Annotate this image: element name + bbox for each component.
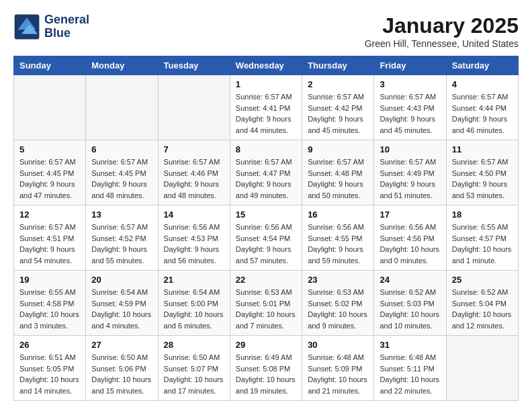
- calendar-day-cell: 4Sunrise: 6:57 AM Sunset: 4:44 PM Daylig…: [446, 75, 518, 140]
- day-info: Sunrise: 6:57 AM Sunset: 4:52 PM Dayligh…: [91, 222, 152, 266]
- calendar-day-cell: 3Sunrise: 6:57 AM Sunset: 4:43 PM Daylig…: [374, 75, 446, 140]
- day-info: Sunrise: 6:53 AM Sunset: 5:02 PM Dayligh…: [308, 287, 368, 331]
- weekday-header: Thursday: [302, 56, 374, 75]
- calendar-day-cell: 23Sunrise: 6:53 AM Sunset: 5:02 PM Dayli…: [302, 271, 374, 336]
- day-number: 6: [91, 144, 152, 154]
- calendar-day-cell: 25Sunrise: 6:52 AM Sunset: 5:04 PM Dayli…: [446, 271, 518, 336]
- calendar-day-cell: 21Sunrise: 6:54 AM Sunset: 5:00 PM Dayli…: [158, 271, 230, 336]
- calendar-week-row: 12Sunrise: 6:57 AM Sunset: 4:51 PM Dayli…: [14, 205, 519, 271]
- calendar-table: SundayMondayTuesdayWednesdayThursdayFrid…: [13, 56, 519, 401]
- day-number: 24: [380, 275, 440, 285]
- day-info: Sunrise: 6:53 AM Sunset: 5:01 PM Dayligh…: [236, 287, 296, 331]
- day-info: Sunrise: 6:57 AM Sunset: 4:50 PM Dayligh…: [452, 156, 513, 201]
- day-number: 22: [236, 275, 296, 285]
- calendar-week-row: 19Sunrise: 6:55 AM Sunset: 4:58 PM Dayli…: [14, 271, 519, 336]
- day-info: Sunrise: 6:57 AM Sunset: 4:46 PM Dayligh…: [164, 156, 224, 201]
- weekday-header: Friday: [374, 56, 446, 75]
- day-info: Sunrise: 6:48 AM Sunset: 5:09 PM Dayligh…: [308, 352, 368, 396]
- day-number: 21: [164, 275, 224, 285]
- day-info: Sunrise: 6:57 AM Sunset: 4:44 PM Dayligh…: [452, 91, 513, 136]
- calendar-day-cell: 30Sunrise: 6:48 AM Sunset: 5:09 PM Dayli…: [302, 336, 374, 401]
- calendar-day-cell: 13Sunrise: 6:57 AM Sunset: 4:52 PM Dayli…: [86, 205, 158, 271]
- weekday-header-row: SundayMondayTuesdayWednesdayThursdayFrid…: [14, 56, 519, 75]
- calendar-day-cell: 26Sunrise: 6:51 AM Sunset: 5:05 PM Dayli…: [14, 336, 86, 401]
- day-info: Sunrise: 6:54 AM Sunset: 5:00 PM Dayligh…: [164, 287, 224, 331]
- day-info: Sunrise: 6:56 AM Sunset: 4:55 PM Dayligh…: [308, 222, 368, 266]
- calendar-day-cell: 14Sunrise: 6:56 AM Sunset: 4:53 PM Dayli…: [158, 205, 230, 271]
- title-block: January 2025 Green Hill, Tennessee, Unit…: [365, 13, 519, 49]
- calendar-day-cell: 19Sunrise: 6:55 AM Sunset: 4:58 PM Dayli…: [14, 271, 86, 336]
- day-number: 7: [164, 144, 224, 154]
- calendar-day-cell: 24Sunrise: 6:52 AM Sunset: 5:03 PM Dayli…: [374, 271, 446, 336]
- calendar-day-cell: 27Sunrise: 6:50 AM Sunset: 5:06 PM Dayli…: [86, 336, 158, 401]
- calendar-day-cell: [158, 75, 230, 140]
- day-info: Sunrise: 6:54 AM Sunset: 4:59 PM Dayligh…: [91, 287, 152, 331]
- day-info: Sunrise: 6:50 AM Sunset: 5:07 PM Dayligh…: [164, 352, 224, 396]
- calendar-day-cell: [14, 75, 86, 140]
- day-number: 10: [380, 144, 440, 154]
- calendar-week-row: 1Sunrise: 6:57 AM Sunset: 4:41 PM Daylig…: [14, 75, 519, 140]
- day-info: Sunrise: 6:57 AM Sunset: 4:45 PM Dayligh…: [91, 156, 152, 201]
- day-number: 23: [308, 275, 368, 285]
- page-header: General Blue January 2025 Green Hill, Te…: [13, 13, 519, 49]
- weekday-header: Monday: [86, 56, 158, 75]
- day-info: Sunrise: 6:51 AM Sunset: 5:05 PM Dayligh…: [19, 352, 80, 396]
- day-number: 5: [19, 144, 80, 154]
- calendar-day-cell: 29Sunrise: 6:49 AM Sunset: 5:08 PM Dayli…: [230, 336, 302, 401]
- month-title: January 2025: [365, 13, 519, 38]
- day-number: 1: [236, 79, 296, 89]
- day-number: 31: [380, 340, 440, 350]
- logo: General Blue: [13, 13, 89, 40]
- logo-icon: [13, 13, 40, 40]
- day-info: Sunrise: 6:57 AM Sunset: 4:41 PM Dayligh…: [236, 91, 296, 136]
- weekday-header: Saturday: [446, 56, 518, 75]
- calendar-day-cell: [446, 336, 518, 401]
- logo-text: General Blue: [44, 13, 89, 40]
- calendar-day-cell: 7Sunrise: 6:57 AM Sunset: 4:46 PM Daylig…: [158, 140, 230, 205]
- calendar-day-cell: 15Sunrise: 6:56 AM Sunset: 4:54 PM Dayli…: [230, 205, 302, 271]
- day-number: 26: [19, 340, 80, 350]
- day-number: 25: [452, 275, 513, 285]
- day-number: 15: [236, 210, 296, 220]
- day-number: 28: [164, 340, 224, 350]
- day-info: Sunrise: 6:57 AM Sunset: 4:45 PM Dayligh…: [19, 156, 80, 201]
- day-info: Sunrise: 6:49 AM Sunset: 5:08 PM Dayligh…: [236, 352, 296, 396]
- calendar-day-cell: 1Sunrise: 6:57 AM Sunset: 4:41 PM Daylig…: [230, 75, 302, 140]
- calendar-day-cell: 9Sunrise: 6:57 AM Sunset: 4:48 PM Daylig…: [302, 140, 374, 205]
- day-info: Sunrise: 6:57 AM Sunset: 4:48 PM Dayligh…: [308, 156, 368, 201]
- day-number: 27: [91, 340, 152, 350]
- day-number: 9: [308, 144, 368, 154]
- day-number: 17: [380, 210, 440, 220]
- calendar-day-cell: 22Sunrise: 6:53 AM Sunset: 5:01 PM Dayli…: [230, 271, 302, 336]
- day-info: Sunrise: 6:52 AM Sunset: 5:04 PM Dayligh…: [452, 287, 513, 331]
- day-info: Sunrise: 6:56 AM Sunset: 4:54 PM Dayligh…: [236, 222, 296, 266]
- day-info: Sunrise: 6:57 AM Sunset: 4:51 PM Dayligh…: [19, 222, 80, 266]
- calendar-day-cell: 11Sunrise: 6:57 AM Sunset: 4:50 PM Dayli…: [446, 140, 518, 205]
- day-number: 30: [308, 340, 368, 350]
- day-number: 20: [91, 275, 152, 285]
- day-info: Sunrise: 6:55 AM Sunset: 4:58 PM Dayligh…: [19, 287, 80, 331]
- calendar-day-cell: 17Sunrise: 6:56 AM Sunset: 4:56 PM Dayli…: [374, 205, 446, 271]
- weekday-header: Sunday: [14, 56, 86, 75]
- logo-line1: General: [44, 13, 89, 26]
- day-number: 16: [308, 210, 368, 220]
- day-info: Sunrise: 6:57 AM Sunset: 4:42 PM Dayligh…: [308, 91, 368, 136]
- day-number: 13: [91, 210, 152, 220]
- calendar-day-cell: 5Sunrise: 6:57 AM Sunset: 4:45 PM Daylig…: [14, 140, 86, 205]
- calendar-day-cell: 31Sunrise: 6:48 AM Sunset: 5:11 PM Dayli…: [374, 336, 446, 401]
- calendar-day-cell: 10Sunrise: 6:57 AM Sunset: 4:49 PM Dayli…: [374, 140, 446, 205]
- calendar-week-row: 26Sunrise: 6:51 AM Sunset: 5:05 PM Dayli…: [14, 336, 519, 401]
- location: Green Hill, Tennessee, United States: [365, 38, 519, 49]
- weekday-header: Wednesday: [230, 56, 302, 75]
- day-number: 12: [19, 210, 80, 220]
- day-number: 29: [236, 340, 296, 350]
- day-number: 18: [452, 210, 513, 220]
- day-info: Sunrise: 6:56 AM Sunset: 4:53 PM Dayligh…: [164, 222, 224, 266]
- day-number: 19: [19, 275, 80, 285]
- day-number: 8: [236, 144, 296, 154]
- weekday-header: Tuesday: [158, 56, 230, 75]
- calendar-day-cell: 2Sunrise: 6:57 AM Sunset: 4:42 PM Daylig…: [302, 75, 374, 140]
- calendar-day-cell: 28Sunrise: 6:50 AM Sunset: 5:07 PM Dayli…: [158, 336, 230, 401]
- calendar-day-cell: 12Sunrise: 6:57 AM Sunset: 4:51 PM Dayli…: [14, 205, 86, 271]
- calendar-week-row: 5Sunrise: 6:57 AM Sunset: 4:45 PM Daylig…: [14, 140, 519, 205]
